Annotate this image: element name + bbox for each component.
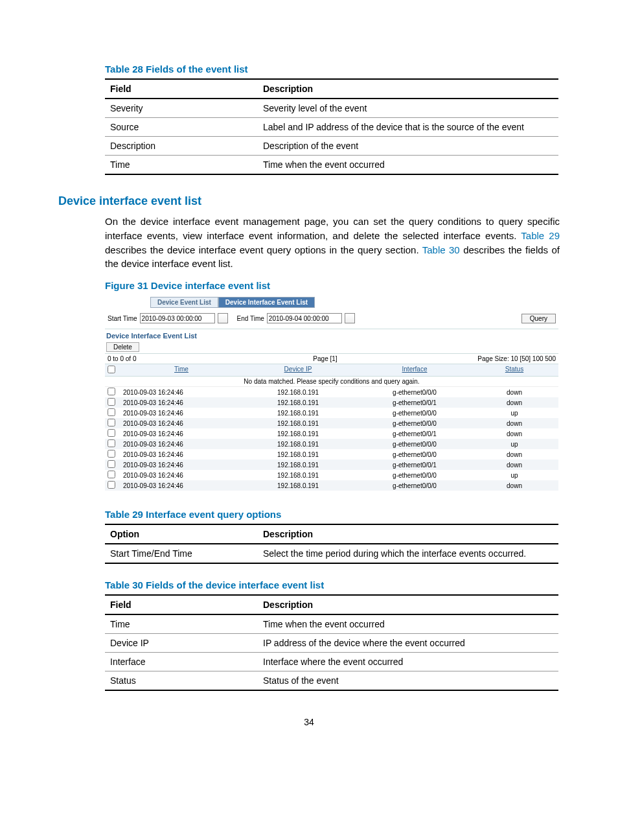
grid-row: 2010-09-03 16:24:46192.168.0.191g-ethern… [105,387,558,397]
select-all-checkbox[interactable] [108,366,115,373]
row-checkbox[interactable] [108,471,115,478]
table-28: Field Description SeveritySeverity level… [105,78,558,175]
ref-table-29[interactable]: Table 29 [521,230,560,241]
cell-time: 2010-09-03 16:24:46 [123,461,240,469]
end-time-input[interactable] [267,313,342,323]
cell-ip: 192.168.0.191 [240,410,356,417]
ref-table-30[interactable]: Table 30 [422,244,460,255]
section-heading: Device interface event list [58,194,560,208]
panel-title: Device Interface Event List [105,329,558,341]
grid-row: 2010-09-03 16:24:46192.168.0.191g-ethern… [105,470,558,480]
row-checkbox[interactable] [108,388,115,395]
grid-row: 2010-09-03 16:24:46192.168.0.191g-ethern… [105,480,558,491]
cell-interface: g-ethernet0/0/0 [356,420,473,427]
cell-interface: g-ethernet0/0/0 [356,451,473,458]
cell-ip: 192.168.0.191 [240,451,356,458]
cell-interface: g-ethernet0/0/0 [356,482,473,489]
grid-row: 2010-09-03 16:24:46192.168.0.191g-ethern… [105,418,558,428]
cell-ip: 192.168.0.191 [240,482,356,489]
cell-ip: 192.168.0.191 [240,420,356,427]
cell-time: 2010-09-03 16:24:46 [123,420,240,427]
pager: 0 to 0 of 0 Page [1] Page Size: 10 [50] … [105,353,558,364]
cell-status: down [473,482,556,489]
cell-interface: g-ethernet0/0/1 [356,461,473,469]
cell-time: 2010-09-03 16:24:46 [123,472,240,479]
cell-interface: g-ethernet0/0/1 [356,430,473,438]
row-checkbox[interactable] [108,419,115,426]
table-28-head-field: Field [105,79,258,99]
cell-time: 2010-09-03 16:24:46 [123,482,240,489]
start-time-input[interactable] [140,313,215,323]
cell-interface: g-ethernet0/0/0 [356,472,473,479]
grid-row: 2010-09-03 16:24:46192.168.0.191g-ethern… [105,428,558,439]
row-checkbox[interactable] [108,429,115,437]
pager-page: Page [1] [237,355,413,362]
cell-interface: g-ethernet0/0/0 [356,441,473,448]
cell-ip: 192.168.0.191 [240,430,356,438]
col-status[interactable]: Status [473,366,556,375]
start-time-label: Start Time [108,315,137,322]
cell-status: up [473,441,556,448]
cell-ip: 192.168.0.191 [240,461,356,469]
cell-time: 2010-09-03 16:24:46 [123,410,240,417]
col-time[interactable]: Time [123,366,240,375]
cell-time: 2010-09-03 16:24:46 [123,399,240,406]
tab-device-interface-event-list[interactable]: Device Interface Event List [218,297,315,308]
cell-status: down [473,420,556,427]
table-30-head-field: Field [105,595,258,614]
end-time-label: End Time [237,315,264,322]
table-28-head-desc: Description [258,79,558,99]
grid-row: 2010-09-03 16:24:46192.168.0.191g-ethern… [105,408,558,418]
cell-ip: 192.168.0.191 [240,472,356,479]
delete-button[interactable]: Delete [106,342,139,352]
col-device-ip[interactable]: Device IP [240,366,356,375]
table-row: TimeTime when the event occurred [105,156,558,175]
cell-status: down [473,399,556,406]
cell-status: down [473,461,556,469]
table-row: Device IPIP address of the device where … [105,634,558,653]
cell-time: 2010-09-03 16:24:46 [123,430,240,438]
no-data-message: No data matched. Please specify conditio… [105,377,558,387]
table-30: Field Description TimeTime when the even… [105,594,558,691]
figure-31-screenshot: Device Event List Device Interface Event… [105,295,558,491]
page-number: 34 [58,717,560,727]
table-row: SourceLabel and IP address of the device… [105,118,558,137]
cell-time: 2010-09-03 16:24:46 [123,451,240,458]
tab-device-event-list[interactable]: Device Event List [150,297,218,308]
table-row: DescriptionDescription of the event [105,137,558,156]
row-checkbox[interactable] [108,450,115,458]
cell-status: down [473,430,556,438]
query-button[interactable]: Query [521,314,556,323]
table-28-caption: Table 28 Fields of the event list [105,64,560,75]
cell-interface: g-ethernet0/0/0 [356,410,473,417]
cell-ip: 192.168.0.191 [240,399,356,406]
table-29-caption: Table 29 Interface event query options [105,509,560,520]
grid-row: 2010-09-03 16:24:46192.168.0.191g-ethern… [105,439,558,449]
table-row: Start Time/End TimeSelect the time perio… [105,544,558,563]
grid-header: Time Device IP Interface Status [105,364,558,377]
cell-status: down [473,451,556,458]
table-row: InterfaceInterface where the event occur… [105,653,558,671]
calendar-icon[interactable] [218,313,228,323]
table-29-head-desc: Description [258,524,558,544]
cell-status: up [473,410,556,417]
figure-31-caption: Figure 31 Device interface event list [105,280,560,291]
row-checkbox[interactable] [108,460,115,468]
table-29-head-option: Option [105,524,258,544]
cell-ip: 192.168.0.191 [240,389,356,396]
pager-size[interactable]: Page Size: 10 [50] 100 500 [413,355,556,362]
row-checkbox[interactable] [108,439,115,447]
row-checkbox[interactable] [108,408,115,416]
col-interface[interactable]: Interface [356,366,473,375]
grid-row: 2010-09-03 16:24:46192.168.0.191g-ethern… [105,449,558,460]
grid-row: 2010-09-03 16:24:46192.168.0.191g-ethern… [105,460,558,470]
table-30-head-desc: Description [258,595,558,614]
calendar-icon[interactable] [345,313,355,323]
cell-interface: g-ethernet0/0/0 [356,389,473,396]
table-row: StatusStatus of the event [105,671,558,691]
cell-status: up [473,472,556,479]
row-checkbox[interactable] [108,398,115,406]
cell-time: 2010-09-03 16:24:46 [123,441,240,448]
row-checkbox[interactable] [108,481,115,489]
cell-interface: g-ethernet0/0/1 [356,399,473,406]
